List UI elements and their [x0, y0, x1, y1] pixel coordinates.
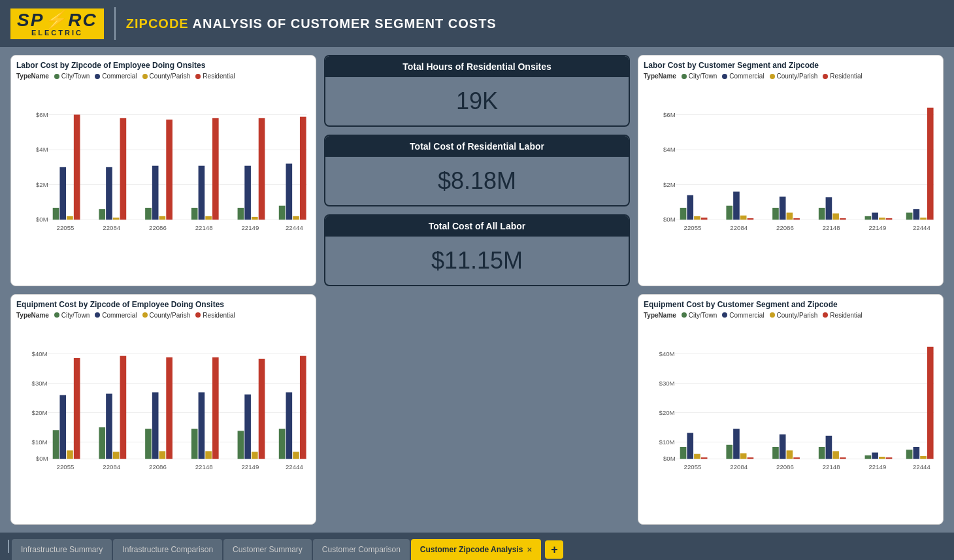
svg-rect-148 [879, 456, 885, 458]
svg-rect-61 [819, 208, 825, 220]
legend-residential2: Residential [823, 73, 862, 80]
tab-infrastructure-summary[interactable]: Infrastructure Summary [12, 539, 112, 560]
svg-rect-20 [159, 216, 166, 220]
svg-text:22444: 22444 [286, 463, 303, 470]
tab-infrastructure-comparison[interactable]: Infrastructure Comparison [113, 539, 222, 560]
svg-rect-98 [159, 451, 166, 459]
svg-rect-73 [920, 218, 927, 220]
svg-text:22086: 22086 [149, 224, 167, 231]
svg-rect-131 [726, 444, 732, 458]
legend-type-label4: TypeName [644, 312, 676, 319]
svg-rect-113 [293, 452, 299, 459]
svg-rect-8 [53, 208, 59, 220]
svg-text:22084: 22084 [730, 463, 748, 470]
svg-rect-86 [53, 430, 59, 459]
svg-rect-146 [865, 455, 872, 458]
svg-text:22149: 22149 [868, 224, 886, 231]
legend-type-label3: TypeName [16, 312, 49, 319]
tab-customer-summary[interactable]: Customer Summary [223, 539, 312, 560]
svg-text:22055: 22055 [57, 463, 74, 470]
svg-rect-88 [67, 450, 73, 459]
legend-commercial2: Commercial [722, 73, 764, 80]
title-rest: ANALYSIS OF CUSTOMER SEGMENT COSTS [189, 16, 497, 31]
svg-text:$30M: $30M [659, 379, 675, 386]
labor-segment-card: Labor Cost by Customer Segment and Zipco… [638, 55, 944, 286]
svg-text:22084: 22084 [103, 224, 120, 231]
svg-rect-149 [886, 457, 893, 459]
equipment-by-zip-chart: $40M $30M $20M $10M $0M 22055 [16, 321, 310, 519]
tab-bar-separator [8, 540, 9, 553]
svg-rect-46 [680, 208, 687, 220]
svg-rect-36 [300, 117, 306, 220]
svg-text:22149: 22149 [241, 224, 259, 231]
svg-rect-72 [913, 209, 920, 220]
labor-by-zip-legend: TypeName City/Town Commercial County/Par… [16, 73, 310, 80]
svg-rect-138 [787, 450, 793, 459]
svg-rect-106 [238, 431, 244, 459]
svg-text:22084: 22084 [103, 463, 120, 470]
svg-rect-87 [59, 395, 66, 459]
svg-text:$10M: $10M [32, 438, 48, 445]
svg-rect-68 [879, 218, 885, 220]
svg-text:$10M: $10M [659, 438, 675, 445]
labor-by-zip-svg: $6M $4M $2M $0M 22055 [16, 82, 310, 280]
svg-rect-142 [826, 435, 832, 458]
tab-customer-comparison[interactable]: Customer Comparison [313, 539, 410, 560]
svg-rect-152 [913, 446, 920, 458]
svg-rect-14 [106, 167, 112, 220]
svg-rect-24 [199, 166, 205, 220]
svg-rect-133 [740, 453, 747, 459]
svg-rect-59 [793, 218, 800, 220]
tab-close-icon[interactable]: ✕ [527, 546, 532, 553]
legend-residential: Residential [195, 73, 235, 80]
svg-rect-58 [787, 212, 793, 220]
legend-commercial4: Commercial [722, 312, 764, 319]
page-title: ZIPCODE ANALYSIS OF CUSTOMER SEGMENT COS… [126, 16, 497, 31]
svg-text:22148: 22148 [823, 224, 840, 231]
kpi-hours-label: Total Hours of Residential Onsites [325, 56, 629, 77]
legend-citytown: City/Town [54, 73, 90, 80]
svg-rect-28 [238, 208, 244, 220]
legend-county3: County/Parish [142, 312, 191, 319]
svg-rect-33 [279, 206, 286, 220]
svg-text:22149: 22149 [241, 463, 259, 470]
svg-rect-9 [59, 167, 66, 220]
svg-rect-16 [120, 118, 127, 220]
svg-text:$20M: $20M [659, 408, 675, 416]
legend-residential3: Residential [195, 312, 235, 319]
svg-text:22055: 22055 [57, 224, 74, 231]
svg-rect-104 [212, 357, 219, 458]
svg-text:22148: 22148 [195, 224, 213, 231]
svg-text:$4M: $4M [36, 146, 48, 153]
svg-rect-143 [832, 451, 839, 459]
svg-rect-25 [205, 216, 212, 220]
svg-text:$40M: $40M [32, 350, 48, 357]
svg-text:22148: 22148 [823, 463, 840, 470]
svg-rect-101 [191, 429, 198, 459]
svg-text:22148: 22148 [195, 463, 213, 470]
header-divider [114, 7, 116, 40]
tab-customer-zipcode[interactable]: Customer Zipcode Analysis ✕ [411, 539, 542, 560]
svg-rect-129 [701, 457, 708, 459]
equipment-by-zip-title: Equipment Cost by Zipcode of Employee Do… [16, 300, 310, 309]
svg-rect-137 [780, 434, 786, 459]
svg-rect-127 [687, 433, 693, 459]
svg-rect-62 [826, 197, 832, 220]
svg-rect-114 [300, 355, 306, 459]
svg-rect-56 [772, 208, 779, 220]
svg-rect-154 [927, 346, 934, 458]
svg-rect-108 [252, 452, 258, 459]
labor-by-zip-card: Labor Cost by Zipcode of Employee Doing … [10, 55, 316, 286]
svg-rect-141 [819, 446, 825, 458]
kpi-hours-card: Total Hours of Residential Onsites 19K [324, 55, 630, 127]
svg-rect-96 [145, 429, 152, 459]
legend-residential4: Residential [823, 312, 862, 319]
tab-add-button[interactable]: + [545, 540, 563, 559]
svg-rect-67 [872, 212, 878, 220]
svg-rect-93 [113, 452, 120, 459]
svg-text:22444: 22444 [913, 224, 930, 231]
svg-rect-15 [113, 218, 120, 220]
svg-text:22086: 22086 [149, 463, 167, 470]
legend-citytown4: City/Town [682, 312, 717, 319]
svg-rect-99 [166, 357, 173, 458]
